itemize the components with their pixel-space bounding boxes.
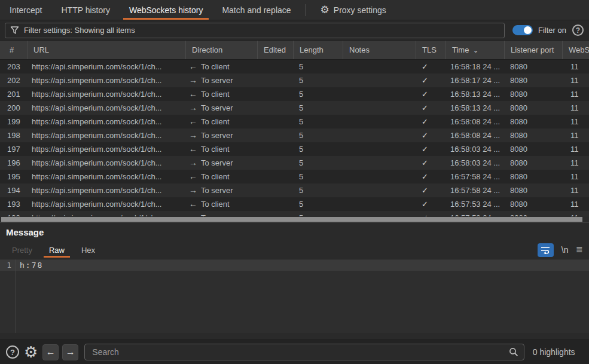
previous-match-button[interactable]: ←: [42, 344, 59, 360]
table-row[interactable]: 197 https://api.simperium.com/sock/1/ch.…: [0, 142, 589, 156]
filter-on-toggle[interactable]: [512, 25, 533, 35]
row-notes: [343, 129, 416, 142]
row-direction: To server: [201, 103, 233, 112]
tls-check-icon: ✓: [416, 60, 445, 74]
row-notes: [343, 170, 416, 183]
row-websocket-id: 11: [562, 170, 589, 183]
toggle-knob: [524, 26, 532, 34]
tls-check-icon: ✓: [416, 129, 445, 142]
row-listener-port: 8080: [504, 101, 562, 115]
filter-on-label: Filter on: [538, 26, 566, 35]
row-listener-port: 8080: [504, 129, 562, 142]
row-length: 5: [293, 211, 343, 216]
message-toolbar: \n ≡: [538, 241, 582, 259]
table-row[interactable]: 201 https://api.simperium.com/sock/1/ch.…: [0, 87, 589, 101]
horizontal-scrollbar[interactable]: [0, 216, 589, 222]
row-url: https://api.simperium.com/sock/1/ch...: [27, 142, 185, 156]
column-header-url[interactable]: URL: [27, 41, 185, 59]
row-length: 5: [293, 115, 343, 129]
search-bottom-bar: ? ⚙ ← → 0 highlights: [0, 339, 589, 364]
column-header-websocket[interactable]: WebS: [562, 41, 589, 59]
row-listener-port: 8080: [504, 156, 562, 170]
row-number: 194: [0, 183, 27, 197]
row-number: 201: [0, 87, 27, 101]
row-notes: [343, 142, 416, 156]
tls-check-icon: ✓: [416, 142, 445, 156]
table-row[interactable]: 195 https://api.simperium.com/sock/1/ch.…: [0, 170, 589, 183]
row-time: 16:57:53 24 ...: [445, 197, 504, 211]
column-header-number[interactable]: #: [0, 41, 27, 59]
search-input[interactable]: [84, 344, 524, 360]
table-row[interactable]: 202 https://api.simperium.com/sock/1/ch.…: [0, 74, 589, 87]
table-row[interactable]: 200 https://api.simperium.com/sock/1/ch.…: [0, 101, 589, 115]
table-row[interactable]: 192 https://api.simperium.com/sock/1/ch.…: [0, 211, 589, 216]
word-wrap-icon: [541, 246, 550, 254]
table-row[interactable]: 199 https://api.simperium.com/sock/1/ch.…: [0, 115, 589, 129]
direction-arrow-icon: ←: [189, 115, 197, 129]
tab-hex[interactable]: Hex: [76, 241, 100, 259]
search-help-icon[interactable]: ?: [6, 345, 19, 359]
tls-check-icon: ✓: [416, 87, 445, 101]
table-row[interactable]: 198 https://api.simperium.com/sock/1/ch.…: [0, 129, 589, 142]
row-time: 16:58:08 24 ...: [445, 129, 504, 142]
tab-match-and-replace[interactable]: Match and replace: [212, 0, 300, 20]
row-time: 16:57:53 24 ...: [445, 211, 504, 216]
column-header-time[interactable]: Time ⌄: [445, 41, 504, 59]
column-header-direction[interactable]: Direction: [185, 41, 257, 59]
column-header-length[interactable]: Length: [293, 41, 343, 59]
horizontal-scrollbar-thumb[interactable]: [1, 217, 582, 222]
proxy-settings-label: Proxy settings: [334, 5, 386, 15]
funnel-icon: [10, 26, 19, 35]
row-number: 196: [0, 156, 27, 170]
direction-arrow-icon: ←: [189, 170, 197, 183]
row-edited: [257, 87, 293, 101]
table-header: # URL Direction Edited Length Notes TLS …: [0, 41, 589, 60]
tab-proxy-settings[interactable]: ⚙ Proxy settings: [311, 0, 396, 20]
search-field-wrap: [84, 344, 524, 360]
direction-arrow-icon: →: [189, 129, 197, 142]
hamburger-menu-icon[interactable]: ≡: [576, 244, 582, 256]
row-length: 5: [293, 142, 343, 156]
table-row[interactable]: 194 https://api.simperium.com/sock/1/ch.…: [0, 183, 589, 197]
word-wrap-button[interactable]: [538, 243, 554, 257]
message-panel: Message Pretty Raw Hex \n ≡ 1 h:78: [0, 222, 589, 339]
direction-arrow-icon: ←: [189, 87, 197, 101]
row-time: 16:58:13 24 ...: [445, 87, 504, 101]
message-editor[interactable]: 1 h:78: [0, 259, 589, 333]
row-number: 193: [0, 197, 27, 211]
help-icon[interactable]: ?: [572, 25, 584, 36]
table-row[interactable]: 196 https://api.simperium.com/sock/1/ch.…: [0, 156, 589, 170]
row-length: 5: [293, 156, 343, 170]
tab-http-history[interactable]: HTTP history: [51, 0, 119, 20]
table-row[interactable]: 193 https://api.simperium.com/sock/1/ch.…: [0, 197, 589, 211]
row-url: https://api.simperium.com/sock/1/ch...: [27, 183, 185, 197]
direction-arrow-icon: ←: [189, 60, 197, 74]
tab-pretty[interactable]: Pretty: [7, 241, 38, 259]
column-header-edited[interactable]: Edited: [257, 41, 293, 59]
column-header-tls[interactable]: TLS: [416, 41, 445, 59]
tab-websockets-history[interactable]: WebSockets history: [120, 0, 212, 20]
search-settings-gear-icon[interactable]: ⚙: [24, 344, 38, 360]
tab-raw[interactable]: Raw: [44, 241, 70, 259]
tls-check-icon: ✓: [416, 211, 445, 216]
row-length: 5: [293, 170, 343, 183]
column-header-notes[interactable]: Notes: [343, 41, 416, 59]
filter-settings-bar[interactable]: Filter settings: Showing all items: [5, 23, 505, 38]
row-url: https://api.simperium.com/sock/1/ch...: [27, 197, 185, 211]
row-websocket-id: 11: [562, 211, 589, 216]
column-header-listener-port[interactable]: Listener port: [504, 41, 562, 59]
tab-intercept[interactable]: Intercept: [0, 0, 51, 20]
direction-arrow-icon: →: [189, 74, 197, 87]
row-length: 5: [293, 101, 343, 115]
row-websocket-id: 11: [562, 101, 589, 115]
tls-check-icon: ✓: [416, 115, 445, 129]
magnifier-icon[interactable]: [509, 347, 518, 357]
show-newlines-toggle[interactable]: \n: [561, 245, 569, 255]
direction-arrow-icon: →: [189, 156, 197, 170]
highlights-count: 0 highlights: [524, 347, 583, 357]
table-row[interactable]: 203 https://api.simperium.com/sock/1/ch.…: [0, 60, 589, 74]
next-match-button[interactable]: →: [62, 344, 78, 360]
tab-divider: [306, 4, 306, 16]
row-time: 16:58:17 24 ...: [445, 74, 504, 87]
burp-proxy-window: Intercept HTTP history WebSockets histor…: [0, 0, 589, 364]
